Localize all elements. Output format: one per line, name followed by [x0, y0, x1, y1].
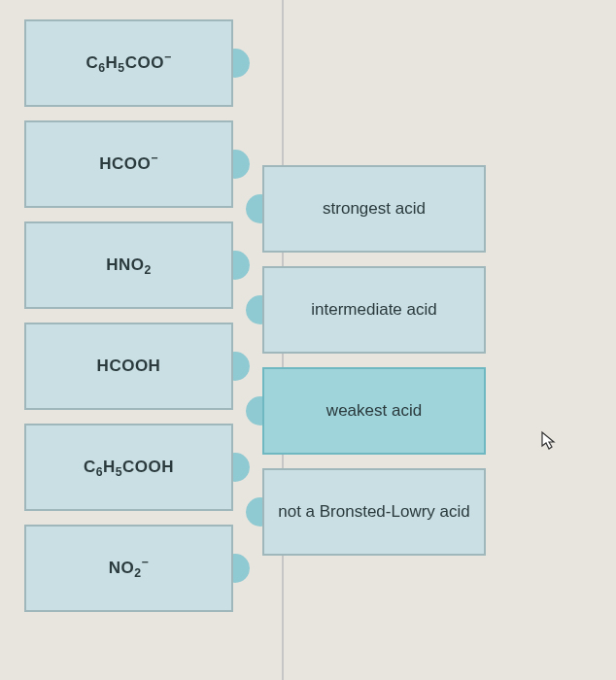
target-tile[interactable]: weakest acid [262, 367, 486, 455]
source-column: C6H5COO−HCOO−HNO2HCOOHC6H5COOHNO2− [24, 19, 233, 670]
target-label: intermediate acid [311, 300, 436, 320]
target-tile-wrap: strongest acid [262, 165, 486, 253]
source-tile-wrap: HCOO− [24, 120, 233, 208]
target-label: not a Bronsted-Lowry acid [278, 502, 470, 522]
target-label: weakest acid [326, 401, 422, 421]
formula-label: HCOO− [99, 154, 158, 174]
formula-label: NO2− [109, 559, 149, 578]
target-tile-wrap: not a Bronsted-Lowry acid [262, 468, 486, 556]
source-tile[interactable]: HNO2 [24, 221, 233, 309]
source-tile-wrap: C6H5COOH [24, 424, 233, 511]
formula-label: HCOOH [97, 357, 161, 376]
formula-label: HNO2 [106, 255, 152, 275]
source-tile[interactable]: C6H5COO− [24, 19, 233, 107]
target-label: strongest acid [323, 199, 426, 219]
target-tile-wrap: intermediate acid [262, 266, 486, 354]
source-tile[interactable]: C6H5COOH [24, 424, 233, 511]
target-tile[interactable]: not a Bronsted-Lowry acid [262, 468, 486, 556]
source-tile-wrap: HCOOH [24, 323, 233, 410]
source-tile-wrap: C6H5COO− [24, 19, 233, 107]
formula-label: C6H5COOH [84, 458, 174, 477]
source-tile[interactable]: HCOOH [24, 323, 233, 410]
formula-label: C6H5COO− [86, 53, 171, 73]
matching-container: C6H5COO−HCOO−HNO2HCOOHC6H5COOHNO2− stron… [0, 0, 616, 680]
target-tile[interactable]: strongest acid [262, 165, 486, 253]
source-tile-wrap: NO2− [24, 525, 233, 612]
target-tile[interactable]: intermediate acid [262, 266, 486, 354]
target-column: strongest acidintermediate acidweakest a… [262, 165, 486, 670]
target-tile-wrap: weakest acid [262, 367, 486, 455]
source-tile-wrap: HNO2 [24, 221, 233, 309]
source-tile[interactable]: HCOO− [24, 120, 233, 208]
source-tile[interactable]: NO2− [24, 525, 233, 612]
